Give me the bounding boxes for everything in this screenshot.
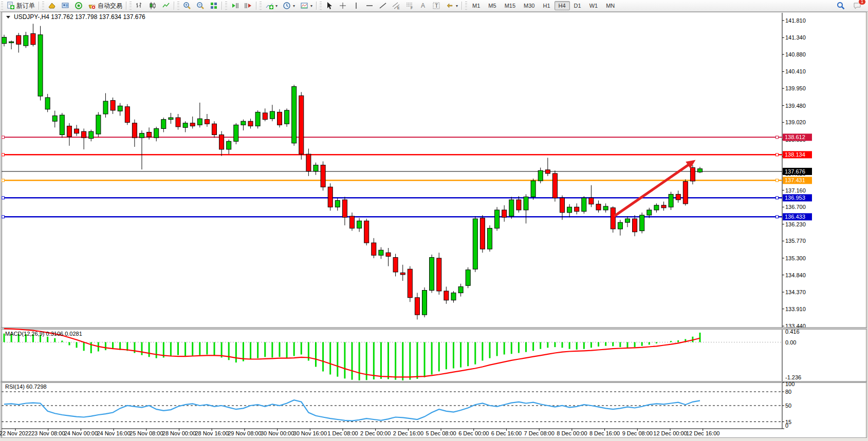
timeframe-m15-button[interactable]: M15: [501, 1, 520, 10]
text-label-button[interactable]: T: [430, 1, 442, 11]
fibo-icon: F: [405, 2, 414, 10]
chart-window[interactable]: 141.810141.340140.880140.410139.950139.4…: [0, 0, 868, 441]
arrows-tool-button[interactable]: ▾: [444, 1, 460, 11]
hline-marker[interactable]: [776, 197, 779, 199]
svg-text:T: T: [435, 3, 438, 9]
market-watch-button[interactable]: [46, 1, 58, 11]
hline-marker[interactable]: [776, 154, 779, 156]
new-order-label: 新订单: [16, 2, 35, 10]
window-bottom-edge: [0, 437, 868, 441]
time-tick-label: 8 Dec 00:00: [557, 430, 587, 436]
time-tick-label: 25 Nov 08:00: [130, 430, 163, 436]
fibonacci-button[interactable]: F: [403, 1, 416, 11]
price-tick-label: 135.770: [785, 238, 806, 244]
zoom-in-icon: [183, 2, 191, 10]
hline-marker[interactable]: [2, 136, 5, 139]
indicators-icon: [265, 2, 273, 10]
hline-marker[interactable]: [2, 216, 5, 218]
chevron-down-icon[interactable]: ▾: [310, 4, 312, 8]
shapes-icon: [446, 2, 454, 10]
macd-max-label: 0.416: [785, 329, 800, 335]
toolbar-separator: [174, 2, 175, 10]
candle-up: [234, 125, 238, 141]
toolbar-grip: [177, 2, 179, 10]
hline-marker[interactable]: [776, 179, 779, 182]
timeframe-m5-button[interactable]: M5: [484, 1, 500, 10]
search-icon[interactable]: [835, 1, 847, 11]
chevron-down-icon[interactable]: ▾: [293, 4, 295, 8]
hline-marker[interactable]: [2, 179, 5, 182]
candle-down: [611, 208, 615, 229]
auto-trading-icon: [88, 2, 96, 10]
timeframe-m30-button[interactable]: M30: [520, 1, 539, 10]
textT-icon: T: [432, 2, 440, 10]
zoom-in-button[interactable]: [181, 1, 193, 11]
candle-up: [603, 206, 608, 210]
hline-marker[interactable]: [2, 197, 5, 199]
chart-shift-button[interactable]: [229, 1, 241, 11]
candle-down: [16, 35, 21, 44]
zoom-out-button[interactable]: [194, 1, 207, 11]
toolbar-separator: [126, 2, 127, 10]
cursor-button[interactable]: [323, 1, 336, 11]
candle-up: [509, 200, 514, 216]
indicators-button[interactable]: ▾: [263, 1, 280, 11]
trendline-button[interactable]: [377, 1, 389, 11]
timeframe-d1-button[interactable]: D1: [570, 1, 585, 10]
navigator-button[interactable]: [59, 1, 71, 11]
vertical-line-button[interactable]: [350, 1, 362, 11]
time-tick-label: 30 Nov 00:00: [261, 430, 294, 436]
candle-down: [67, 126, 71, 137]
auto-scroll-button[interactable]: [242, 1, 254, 11]
notifications-button[interactable]: 1: [851, 1, 863, 11]
candle-down: [328, 187, 333, 207]
auto-trading-button[interactable]: 自动交易: [86, 1, 124, 11]
bar-chart-button[interactable]: [133, 1, 145, 11]
crosshair-button[interactable]: [337, 1, 349, 11]
rsi-tick-label: 50: [785, 402, 791, 409]
text-button[interactable]: A: [417, 1, 429, 11]
candle-down: [364, 221, 369, 243]
time-tick-label: 22 Nov 2022: [0, 430, 31, 436]
new-order-button[interactable]: 新订单: [5, 1, 37, 11]
template-icon: [300, 2, 308, 10]
candle-up: [625, 219, 630, 222]
price-tick-label: 141.810: [785, 17, 806, 24]
toolbar-separator: [316, 2, 317, 10]
data-window-button[interactable]: [72, 1, 85, 11]
rsi-label: RSI(14) 60.7298: [5, 384, 47, 390]
timeframe-h4-button[interactable]: H4: [555, 1, 570, 10]
toolbar-separator: [221, 2, 223, 10]
templates-button[interactable]: ▾: [298, 1, 315, 11]
price-tick-label: 137.160: [785, 187, 806, 194]
equidistant-channel-button[interactable]: E: [390, 1, 402, 11]
hline-marker[interactable]: [2, 154, 5, 156]
price-tick-label: 139.020: [785, 119, 806, 125]
candle-down: [633, 219, 637, 232]
candle-down: [596, 204, 601, 210]
chevron-down-icon[interactable]: ▾: [275, 4, 278, 8]
candle-down: [393, 258, 398, 272]
time-tick-label: 5 Dec 08:00: [426, 430, 456, 436]
candle-up: [422, 291, 427, 315]
candle-down: [408, 269, 412, 298]
candle-down: [176, 118, 180, 127]
candle-chart-button[interactable]: [146, 1, 159, 11]
chevron-down-icon[interactable]: ▾: [456, 4, 458, 8]
hline-marker[interactable]: [776, 216, 779, 218]
horizontal-line-button[interactable]: [363, 1, 376, 11]
price-tick-label: 139.950: [785, 85, 806, 91]
timeframe-w1-button[interactable]: W1: [585, 1, 602, 10]
timeframe-m1-button[interactable]: M1: [468, 1, 484, 10]
line-chart-button[interactable]: [160, 1, 172, 11]
timeframe-mn-button[interactable]: MN: [602, 1, 619, 10]
candle-up: [458, 286, 463, 293]
hline-marker[interactable]: [776, 136, 779, 139]
tile-windows-button[interactable]: [208, 1, 220, 11]
periods-button[interactable]: ▾: [281, 1, 297, 11]
candle-up: [531, 181, 535, 197]
hline-price-label: 136.433: [785, 214, 805, 220]
shift-icon: [231, 2, 239, 10]
toolbar-grip: [1, 2, 3, 10]
timeframe-h1-button[interactable]: H1: [539, 1, 554, 10]
